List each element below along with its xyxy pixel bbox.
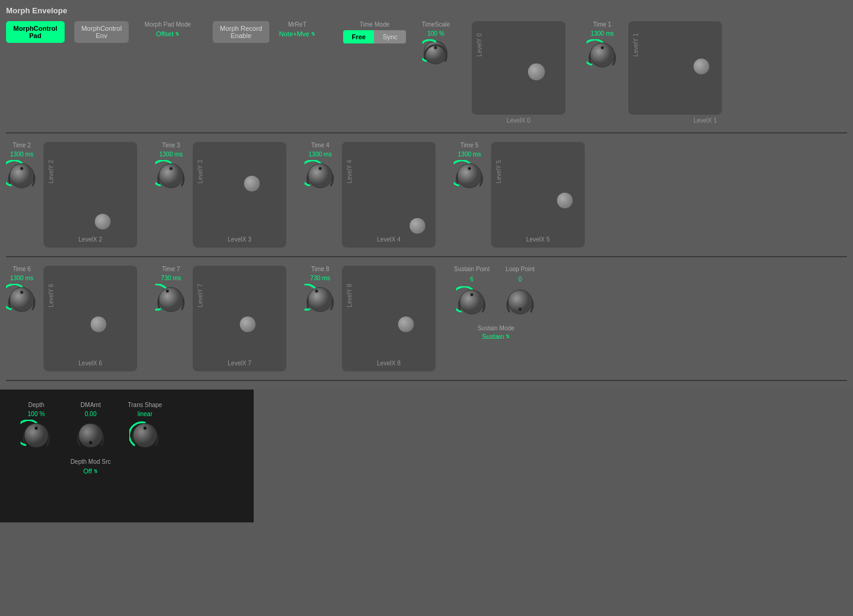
dmamt-label: DMAmt <box>80 402 100 408</box>
levely6-label-card: LevelY 6 <box>48 283 54 307</box>
time1-knob[interactable] <box>587 39 618 71</box>
level7-dot[interactable] <box>240 316 256 332</box>
levely1-label: LevelY 1 <box>632 33 639 56</box>
sustain-mode-group: Sustain Mode Sustain ⇅ <box>454 325 538 340</box>
time5-knob[interactable] <box>454 160 485 191</box>
depth-mod-src-label: Depth Mod Src <box>71 458 111 465</box>
time3-knob[interactable] <box>155 160 187 191</box>
svg-point-11 <box>468 167 471 170</box>
svg-point-25 <box>89 441 92 444</box>
depth-knob[interactable] <box>21 420 52 451</box>
sustain-mode-value[interactable]: Sustain ⇅ <box>482 333 510 340</box>
time6-section: Time 6 1300 ms <box>6 266 37 315</box>
levely4-label-card: LevelY 4 <box>346 159 353 183</box>
trans-shape-value: linear <box>138 411 152 417</box>
level4-dot[interactable] <box>410 218 425 234</box>
time6-label: Time 6 <box>6 266 37 272</box>
morph-pad-mode-text: Offset <box>156 30 173 37</box>
time1-label: Time 1 <box>593 21 611 28</box>
level6-dot[interactable] <box>91 316 106 332</box>
divider1 <box>6 132 847 133</box>
svg-point-9 <box>319 167 322 170</box>
time-mode-buttons: Free Sync <box>343 30 406 43</box>
level2-dot[interactable] <box>95 214 111 229</box>
levely7-label-card: LevelY 7 <box>197 283 204 307</box>
levelx0-label: LevelX 0 <box>507 117 530 124</box>
time1-value: 1300 ms <box>591 30 614 37</box>
divider2 <box>6 256 847 257</box>
loop-point-value: 0 <box>518 276 522 283</box>
levelx8-label: LevelX 8 <box>377 360 401 367</box>
trans-shape-group: Trans Shape linear <box>121 402 169 510</box>
morph-pad-mode-value[interactable]: Offset ⇅ <box>156 30 179 37</box>
svg-point-21 <box>519 308 522 311</box>
time8-section: Time 8 730 ms <box>304 266 336 315</box>
loop-point-group: Loop Point 0 <box>502 266 538 318</box>
level3-dot[interactable] <box>244 176 260 191</box>
depth-mod-src-value[interactable]: Off ⇅ <box>83 467 98 475</box>
depth-mod-src-text: Off <box>83 467 92 475</box>
level1-dot[interactable] <box>694 59 709 74</box>
section-row-3: Time 6 1300 ms LevelY 6 LevelX 6 Time 7 … <box>6 260 847 377</box>
morph-control-pad-button[interactable]: MorphControlPad <box>6 21 65 43</box>
svg-point-13 <box>21 291 24 294</box>
morph-pad-mode-label: Morph Pad Mode <box>144 21 191 28</box>
timescale-value: 100 % <box>427 30 444 37</box>
depth-value: 100 % <box>28 411 45 417</box>
level0-dot[interactable] <box>528 63 545 80</box>
dmamt-knob[interactable] <box>75 420 106 451</box>
levely3-label-card: LevelY 3 <box>197 159 204 183</box>
dmamt-group: DMAmt 0.00 Depth Mod Src Off ⇅ <box>66 402 115 510</box>
morph-pad-mode-arrow: ⇅ <box>175 31 179 37</box>
time6-value: 1300 ms <box>6 275 37 281</box>
morph-control-env-button[interactable]: MorphControlEnv <box>74 21 129 43</box>
page-title: Morph Envelope <box>6 6 847 15</box>
time3-section: Time 3 1300 ms <box>155 142 187 191</box>
morph-pad-mode-group: Morph Pad Mode Offset ⇅ <box>144 21 191 37</box>
free-button[interactable]: Free <box>343 30 374 43</box>
level8-dot[interactable] <box>398 316 414 332</box>
morph-record-enable-button[interactable]: Morph RecordEnable <box>213 21 269 43</box>
time4-label: Time 4 <box>304 142 336 149</box>
level5-dot[interactable] <box>557 193 573 208</box>
sync-button[interactable]: Sync <box>374 30 405 43</box>
timescale-knob[interactable] <box>422 39 449 66</box>
time7-label: Time 7 <box>155 266 187 272</box>
section-row-2: Time 2 1300 ms LevelY 2 LevelX 2 Time 3 … <box>6 136 847 254</box>
sustain-point-group: Sustain Point 6 <box>454 266 490 318</box>
mrret-value[interactable]: Note+Mve ⇅ <box>279 30 315 37</box>
sustain-point-knob[interactable] <box>456 286 488 318</box>
sustain-loop-row: Sustain Point 6 Loop Point 0 <box>454 266 538 318</box>
trans-shape-knob[interactable] <box>129 420 161 451</box>
sustain-point-value: 6 <box>470 276 474 283</box>
time8-knob[interactable] <box>304 284 336 315</box>
time7-knob[interactable] <box>155 284 187 315</box>
top-row: MorphControlPad MorphControlEnv Morph Pa… <box>6 21 847 130</box>
loop-point-knob[interactable] <box>504 286 536 318</box>
levelx3-label: LevelX 3 <box>228 236 251 243</box>
levelx6-label: LevelX 6 <box>79 360 102 367</box>
time2-knob[interactable] <box>6 160 37 191</box>
svg-point-16 <box>308 287 332 312</box>
svg-point-27 <box>144 427 147 430</box>
sustain-mode-text: Sustain <box>482 333 504 340</box>
levelx5-label: LevelX 5 <box>526 236 550 243</box>
svg-point-23 <box>35 427 38 430</box>
levelx0-section: LevelY 0 LevelX 0 <box>472 21 565 124</box>
time4-knob[interactable] <box>304 160 336 191</box>
time1-controls: Time 1 1300 ms <box>581 21 623 71</box>
loop-point-label: Loop Point <box>506 266 535 272</box>
levelx1-card: LevelY 1 <box>628 21 722 115</box>
levelx5-card: LevelY 5 LevelX 5 <box>491 142 585 248</box>
time4-section: Time 4 1300 ms <box>304 142 336 191</box>
mrret-arrow: ⇅ <box>311 31 315 37</box>
mrret-label: MrReT <box>288 21 307 28</box>
time4-value: 1300 ms <box>304 151 336 158</box>
levelx4-label: LevelX 4 <box>377 236 401 243</box>
time6-knob[interactable] <box>6 284 37 315</box>
depth-group: Depth 100 % <box>12 402 60 510</box>
bottom-panel: Depth 100 % DMAmt 0.00 Depth Mod Src Off… <box>0 390 254 522</box>
sustain-loop-section: Sustain Point 6 Loop Point 0 <box>454 266 538 340</box>
dmamt-value: 0.00 <box>85 411 96 417</box>
morph-control-env-group: MorphControlEnv <box>74 21 129 43</box>
